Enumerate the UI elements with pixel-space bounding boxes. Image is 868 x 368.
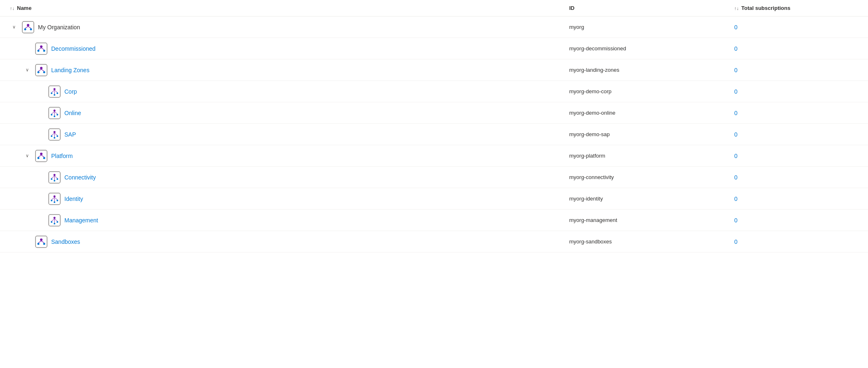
svg-rect-0 (22, 21, 34, 33)
svg-point-8 (38, 50, 40, 52)
svg-line-76 (38, 241, 41, 243)
svg-point-35 (54, 131, 56, 133)
subs-cell-landing-zones[interactable]: 0 (734, 67, 858, 73)
item-name-decommissioned[interactable]: Decommissioned (51, 45, 95, 52)
item-name-corp[interactable]: Corp (64, 88, 77, 95)
svg-point-3 (30, 28, 32, 30)
svg-rect-42 (35, 150, 47, 162)
svg-point-9 (43, 50, 45, 52)
svg-point-1 (27, 24, 29, 26)
name-cell-sandboxes: Sandboxes (10, 235, 569, 248)
svg-line-39 (52, 133, 54, 135)
table-row: ∨ Platform myorg-platform 0 (0, 145, 868, 167)
table-row: SAP myorg-demo-sap 0 (0, 124, 868, 145)
subs-cell-decommissioned[interactable]: 0 (734, 45, 858, 52)
svg-rect-6 (35, 43, 47, 54)
subs-cell-sap[interactable]: 0 (734, 131, 858, 138)
id-cell-my-organization: myorg (569, 24, 734, 30)
svg-line-70 (54, 219, 57, 221)
sort-icon-name: ↑↓ (10, 6, 14, 11)
name-cell-corp: Corp (10, 85, 569, 98)
mg-icon-my-organization (21, 21, 35, 34)
svg-point-43 (40, 153, 43, 155)
mg-icon-corp (48, 85, 61, 98)
svg-point-58 (51, 200, 52, 201)
chevron-expand-landing-zones[interactable]: ∨ (23, 66, 31, 74)
svg-point-14 (38, 71, 40, 73)
name-cell-my-organization: ∨ My Organization (10, 21, 569, 34)
name-cell-sap: SAP (10, 128, 569, 141)
svg-line-77 (41, 241, 44, 243)
mg-icon-landing-zones (35, 64, 48, 77)
svg-line-53 (52, 176, 54, 178)
svg-rect-72 (35, 236, 47, 248)
mg-icon-sandboxes (35, 235, 48, 248)
svg-line-54 (54, 176, 57, 178)
svg-point-21 (57, 92, 58, 94)
chevron-expand-my-organization[interactable]: ∨ (10, 23, 18, 31)
svg-point-15 (43, 71, 45, 73)
table-row: Connectivity myorg-connectivity 0 (0, 167, 868, 188)
table-row: Corp myorg-demo-corp 0 (0, 81, 868, 102)
svg-line-5 (28, 26, 31, 28)
subscriptions-column-header[interactable]: ↑↓ Total subscriptions (734, 5, 858, 11)
item-name-platform[interactable]: Platform (51, 153, 73, 159)
table-row: ∨ My Organization myorg 0 (0, 17, 868, 38)
svg-point-68 (54, 223, 55, 224)
id-cell-sap: myorg-demo-sap (569, 131, 734, 137)
svg-point-44 (38, 157, 40, 159)
table-row: Identity myorg-identity 0 (0, 188, 868, 210)
svg-point-19 (54, 88, 56, 90)
name-cell-identity: Identity (10, 192, 569, 205)
id-column-header[interactable]: ID (569, 5, 734, 11)
table-row: Sandboxes myorg-sandboxes 0 (0, 231, 868, 252)
svg-line-16 (38, 69, 41, 71)
svg-point-27 (54, 109, 56, 111)
subs-cell-identity[interactable]: 0 (734, 196, 858, 202)
mg-icon-platform (35, 149, 48, 163)
svg-point-75 (43, 243, 45, 245)
id-cell-management: myorg-management (569, 217, 734, 223)
mg-icon-management (48, 214, 61, 227)
sort-icon-subs: ↑↓ (734, 6, 739, 11)
svg-line-69 (52, 219, 54, 221)
id-column-label: ID (569, 5, 575, 11)
svg-point-52 (54, 180, 55, 182)
mg-icon-online (48, 106, 61, 120)
subs-cell-connectivity[interactable]: 0 (734, 174, 858, 181)
svg-point-2 (24, 28, 26, 30)
svg-point-57 (54, 195, 56, 197)
svg-point-28 (51, 114, 52, 116)
chevron-expand-platform[interactable]: ∨ (23, 152, 31, 160)
svg-rect-12 (35, 64, 47, 76)
subs-cell-online[interactable]: 0 (734, 110, 858, 116)
table-row: Decommissioned myorg-decommissioned 0 (0, 38, 868, 59)
mg-icon-identity (48, 192, 61, 205)
item-name-connectivity[interactable]: Connectivity (64, 174, 96, 181)
subs-cell-sandboxes[interactable]: 0 (734, 238, 858, 245)
item-name-identity[interactable]: Identity (64, 196, 83, 202)
subs-cell-platform[interactable]: 0 (734, 153, 858, 159)
item-name-sandboxes[interactable]: Sandboxes (51, 238, 80, 245)
svg-point-45 (43, 157, 45, 159)
name-cell-landing-zones: ∨ Landing Zones (10, 64, 569, 77)
item-name-management[interactable]: Management (64, 217, 98, 224)
subs-cell-my-organization[interactable]: 0 (734, 24, 858, 31)
management-groups-table: ↑↓ Name ID ↑↓ Total subscriptions ∨ (0, 0, 868, 368)
svg-point-67 (57, 221, 58, 223)
name-column-label: Name (17, 5, 31, 11)
name-cell-management: Management (10, 214, 569, 227)
name-column-header[interactable]: ↑↓ Name (10, 5, 569, 11)
item-name-sap[interactable]: SAP (64, 131, 76, 138)
subs-cell-management[interactable]: 0 (734, 217, 858, 224)
table-header: ↑↓ Name ID ↑↓ Total subscriptions (0, 0, 868, 17)
svg-point-13 (40, 67, 43, 69)
svg-point-29 (57, 114, 58, 116)
svg-point-30 (54, 116, 55, 117)
id-cell-decommissioned: myorg-decommissioned (569, 45, 734, 52)
svg-point-74 (38, 243, 40, 245)
subs-cell-corp[interactable]: 0 (734, 88, 858, 95)
item-name-online[interactable]: Online (64, 110, 81, 116)
svg-line-61 (52, 197, 54, 200)
item-name-landing-zones[interactable]: Landing Zones (51, 67, 90, 73)
